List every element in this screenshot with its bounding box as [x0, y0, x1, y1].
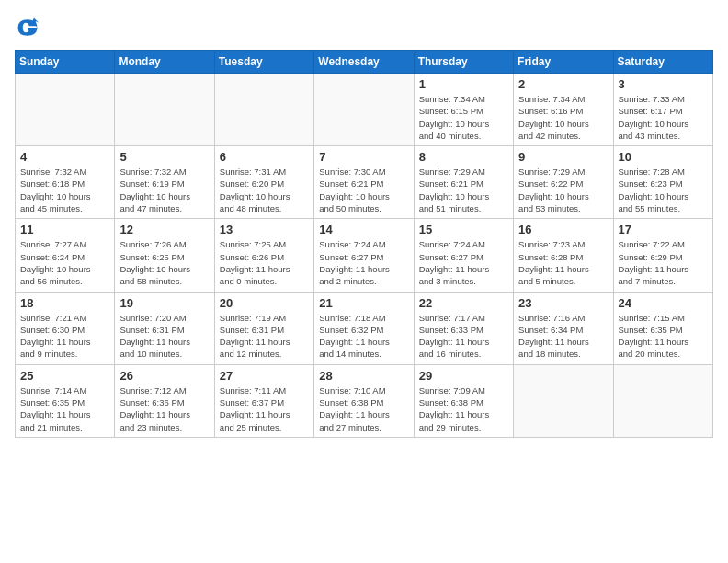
weekday-header-friday: Friday — [514, 51, 613, 74]
calendar-cell: 23Sunrise: 7:16 AM Sunset: 6:34 PM Dayli… — [514, 292, 613, 364]
calendar-cell: 1Sunrise: 7:34 AM Sunset: 6:15 PM Daylig… — [414, 74, 513, 146]
day-info: Sunrise: 7:09 AM Sunset: 6:38 PM Dayligh… — [419, 385, 508, 433]
day-number: 13 — [220, 223, 309, 236]
calendar-cell: 27Sunrise: 7:11 AM Sunset: 6:37 PM Dayli… — [214, 364, 313, 437]
day-info: Sunrise: 7:22 AM Sunset: 6:29 PM Dayligh… — [619, 238, 708, 287]
day-number: 16 — [518, 223, 608, 236]
calendar-cell: 7Sunrise: 7:30 AM Sunset: 6:21 PM Daylig… — [314, 146, 414, 219]
calendar-cell — [613, 364, 712, 437]
day-info: Sunrise: 7:23 AM Sunset: 6:28 PM Dayligh… — [518, 238, 608, 287]
day-number: 28 — [319, 369, 408, 383]
day-number: 12 — [119, 223, 209, 236]
day-number: 20 — [220, 296, 309, 310]
calendar-cell: 8Sunrise: 7:29 AM Sunset: 6:21 PM Daylig… — [414, 146, 513, 219]
calendar-week-row-3: 11Sunrise: 7:27 AM Sunset: 6:24 PM Dayli… — [16, 219, 713, 292]
day-info: Sunrise: 7:21 AM Sunset: 6:30 PM Dayligh… — [20, 312, 109, 361]
day-info: Sunrise: 7:32 AM Sunset: 6:19 PM Dayligh… — [119, 166, 209, 214]
day-number: 2 — [518, 77, 608, 91]
calendar-cell — [214, 74, 313, 146]
day-info: Sunrise: 7:19 AM Sunset: 6:31 PM Dayligh… — [220, 312, 309, 361]
day-info: Sunrise: 7:24 AM Sunset: 6:27 PM Dayligh… — [319, 238, 408, 287]
day-info: Sunrise: 7:20 AM Sunset: 6:31 PM Dayligh… — [119, 312, 209, 361]
day-number: 4 — [20, 150, 109, 164]
day-info: Sunrise: 7:33 AM Sunset: 6:17 PM Dayligh… — [619, 93, 708, 142]
day-info: Sunrise: 7:18 AM Sunset: 6:32 PM Dayligh… — [319, 312, 408, 361]
calendar-cell: 18Sunrise: 7:21 AM Sunset: 6:30 PM Dayli… — [16, 292, 115, 364]
day-info: Sunrise: 7:29 AM Sunset: 6:22 PM Dayligh… — [518, 166, 608, 214]
day-number: 21 — [319, 296, 408, 310]
calendar-cell: 22Sunrise: 7:17 AM Sunset: 6:33 PM Dayli… — [414, 292, 513, 364]
calendar-cell — [16, 74, 115, 146]
day-number: 26 — [119, 369, 209, 383]
day-number: 25 — [20, 369, 109, 383]
day-number: 3 — [619, 77, 708, 91]
calendar-cell: 3Sunrise: 7:33 AM Sunset: 6:17 PM Daylig… — [613, 74, 712, 146]
day-number: 22 — [419, 296, 508, 310]
calendar-cell: 2Sunrise: 7:34 AM Sunset: 6:16 PM Daylig… — [514, 74, 613, 146]
day-number: 9 — [518, 150, 608, 164]
calendar-cell: 14Sunrise: 7:24 AM Sunset: 6:27 PM Dayli… — [314, 219, 414, 292]
day-info: Sunrise: 7:32 AM Sunset: 6:18 PM Dayligh… — [20, 166, 109, 214]
calendar-cell: 5Sunrise: 7:32 AM Sunset: 6:19 PM Daylig… — [115, 146, 214, 219]
day-number: 7 — [319, 150, 408, 164]
weekday-header-tuesday: Tuesday — [214, 51, 313, 74]
calendar-week-row-5: 25Sunrise: 7:14 AM Sunset: 6:35 PM Dayli… — [16, 364, 713, 437]
day-info: Sunrise: 7:14 AM Sunset: 6:35 PM Dayligh… — [20, 385, 109, 433]
day-info: Sunrise: 7:28 AM Sunset: 6:23 PM Dayligh… — [619, 166, 708, 214]
day-number: 17 — [619, 223, 708, 236]
logo-icon — [15, 15, 40, 40]
calendar-cell: 12Sunrise: 7:26 AM Sunset: 6:25 PM Dayli… — [115, 219, 214, 292]
calendar-cell: 11Sunrise: 7:27 AM Sunset: 6:24 PM Dayli… — [16, 219, 115, 292]
day-number: 27 — [220, 369, 309, 383]
calendar-cell — [514, 364, 613, 437]
calendar-week-row-2: 4Sunrise: 7:32 AM Sunset: 6:18 PM Daylig… — [16, 146, 713, 219]
day-number: 15 — [419, 223, 508, 236]
day-number: 8 — [419, 150, 508, 164]
calendar-cell — [115, 74, 214, 146]
weekday-header-sunday: Sunday — [16, 51, 115, 74]
calendar-cell: 9Sunrise: 7:29 AM Sunset: 6:22 PM Daylig… — [514, 146, 613, 219]
calendar-cell: 29Sunrise: 7:09 AM Sunset: 6:38 PM Dayli… — [414, 364, 513, 437]
calendar-cell: 19Sunrise: 7:20 AM Sunset: 6:31 PM Dayli… — [115, 292, 214, 364]
day-info: Sunrise: 7:16 AM Sunset: 6:34 PM Dayligh… — [518, 312, 608, 361]
day-number: 11 — [20, 223, 109, 236]
calendar-cell: 17Sunrise: 7:22 AM Sunset: 6:29 PM Dayli… — [613, 219, 712, 292]
day-number: 24 — [619, 296, 708, 310]
day-number: 14 — [319, 223, 408, 236]
day-info: Sunrise: 7:26 AM Sunset: 6:25 PM Dayligh… — [119, 238, 209, 287]
calendar-cell: 13Sunrise: 7:25 AM Sunset: 6:26 PM Dayli… — [214, 219, 313, 292]
calendar-cell: 15Sunrise: 7:24 AM Sunset: 6:27 PM Dayli… — [414, 219, 513, 292]
day-number: 6 — [220, 150, 309, 164]
day-info: Sunrise: 7:10 AM Sunset: 6:38 PM Dayligh… — [319, 385, 408, 433]
logo — [15, 15, 44, 40]
day-number: 29 — [419, 369, 508, 383]
day-info: Sunrise: 7:34 AM Sunset: 6:16 PM Dayligh… — [518, 93, 608, 142]
day-number: 19 — [119, 296, 209, 310]
day-number: 23 — [518, 296, 608, 310]
day-info: Sunrise: 7:17 AM Sunset: 6:33 PM Dayligh… — [419, 312, 508, 361]
day-info: Sunrise: 7:30 AM Sunset: 6:21 PM Dayligh… — [319, 166, 408, 214]
day-info: Sunrise: 7:11 AM Sunset: 6:37 PM Dayligh… — [220, 385, 309, 433]
day-info: Sunrise: 7:24 AM Sunset: 6:27 PM Dayligh… — [419, 238, 508, 287]
weekday-header-thursday: Thursday — [414, 51, 513, 74]
calendar-table: SundayMondayTuesdayWednesdayThursdayFrid… — [15, 50, 713, 438]
calendar-cell — [314, 74, 414, 146]
page-header — [15, 15, 713, 40]
day-info: Sunrise: 7:25 AM Sunset: 6:26 PM Dayligh… — [220, 238, 309, 287]
day-number: 5 — [119, 150, 209, 164]
calendar-cell: 6Sunrise: 7:31 AM Sunset: 6:20 PM Daylig… — [214, 146, 313, 219]
weekday-header-monday: Monday — [115, 51, 214, 74]
day-info: Sunrise: 7:27 AM Sunset: 6:24 PM Dayligh… — [20, 238, 109, 287]
weekday-header-saturday: Saturday — [613, 51, 712, 74]
calendar-cell: 24Sunrise: 7:15 AM Sunset: 6:35 PM Dayli… — [613, 292, 712, 364]
calendar-cell: 20Sunrise: 7:19 AM Sunset: 6:31 PM Dayli… — [214, 292, 313, 364]
day-info: Sunrise: 7:15 AM Sunset: 6:35 PM Dayligh… — [619, 312, 708, 361]
day-number: 1 — [419, 77, 508, 91]
day-info: Sunrise: 7:12 AM Sunset: 6:36 PM Dayligh… — [119, 385, 209, 433]
day-info: Sunrise: 7:29 AM Sunset: 6:21 PM Dayligh… — [419, 166, 508, 214]
calendar-cell: 21Sunrise: 7:18 AM Sunset: 6:32 PM Dayli… — [314, 292, 414, 364]
weekday-header-wednesday: Wednesday — [314, 51, 414, 74]
day-number: 10 — [619, 150, 708, 164]
calendar-cell: 10Sunrise: 7:28 AM Sunset: 6:23 PM Dayli… — [613, 146, 712, 219]
calendar-week-row-1: 1Sunrise: 7:34 AM Sunset: 6:15 PM Daylig… — [16, 74, 713, 146]
